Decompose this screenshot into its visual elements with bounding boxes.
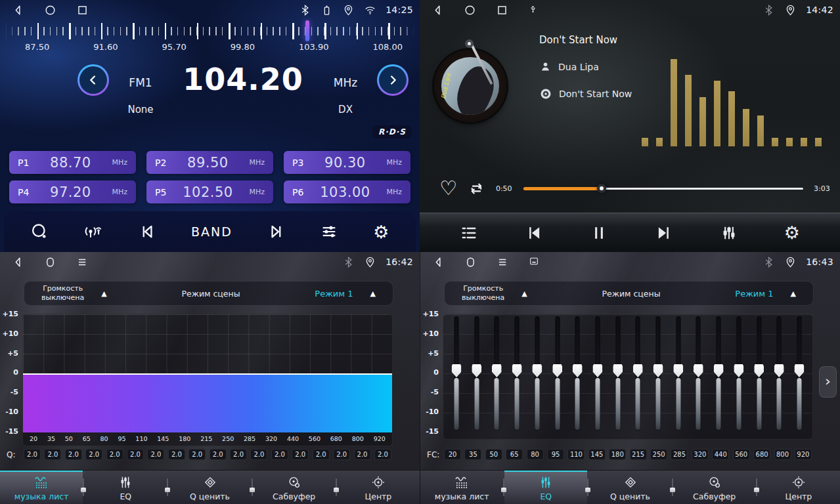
repeat-icon[interactable]: [468, 180, 485, 198]
tab-center[interactable]: Центр: [337, 471, 420, 504]
tab-eq[interactable]: EQ: [504, 471, 587, 504]
q-value-button[interactable]: 2.0: [24, 449, 41, 460]
q-value-button[interactable]: 2.0: [65, 449, 82, 460]
equalizer-button[interactable]: [320, 222, 338, 241]
band-button[interactable]: BAND: [191, 224, 232, 239]
previous-track-button[interactable]: [524, 223, 544, 243]
slider-thumb[interactable]: [754, 364, 764, 377]
q-value-button[interactable]: 2.0: [354, 449, 371, 460]
fc-value-button[interactable]: 180: [609, 449, 626, 460]
slider-thumb[interactable]: [452, 364, 462, 377]
fc-value-button[interactable]: 680: [753, 449, 770, 460]
pause-button[interactable]: [590, 224, 608, 242]
tab-subwoofer[interactable]: Сабвуфер: [673, 471, 756, 504]
settings-gear-icon[interactable]: ⚙: [784, 224, 800, 242]
band-slider[interactable]: [690, 314, 706, 432]
fc-value-button[interactable]: 800: [774, 449, 791, 460]
fc-value-button[interactable]: 250: [650, 449, 667, 460]
home-icon[interactable]: [44, 4, 56, 16]
playlist-button[interactable]: [460, 224, 478, 242]
next-page-button[interactable]: ›: [819, 366, 837, 398]
band-slider[interactable]: [550, 314, 565, 432]
slider-thumb[interactable]: [492, 364, 502, 377]
slider-thumb[interactable]: [592, 364, 602, 377]
seek-previous-button[interactable]: [138, 222, 156, 241]
slider-thumb[interactable]: [552, 364, 562, 377]
fc-value-button[interactable]: 560: [733, 449, 750, 460]
back-icon[interactable]: [12, 256, 24, 268]
q-value-button[interactable]: 2.0: [127, 449, 144, 460]
slider-thumb[interactable]: [673, 364, 683, 377]
q-value-button[interactable]: 2.0: [250, 449, 267, 460]
scene-expand-icon[interactable]: ▲: [370, 289, 376, 298]
volume-status[interactable]: Громкостьвыключена: [41, 284, 84, 303]
home-icon[interactable]: [464, 4, 476, 16]
band-slider[interactable]: [771, 314, 787, 432]
fc-value-button[interactable]: 285: [671, 449, 688, 460]
slider-thumb[interactable]: [573, 364, 583, 377]
tune-up-button[interactable]: [377, 64, 409, 96]
scene-mode-value[interactable]: Режим 1: [735, 289, 773, 299]
preset-button[interactable]: P3 90.30 MHz: [284, 151, 410, 174]
back-icon[interactable]: [431, 4, 444, 16]
favorite-heart-icon[interactable]: ♡: [439, 178, 457, 198]
preset-button[interactable]: P4 97.20 MHz: [9, 180, 136, 203]
tab-eq[interactable]: EQ: [84, 471, 167, 504]
album-art[interactable]: Dua Lipa: [434, 50, 506, 122]
band-slider[interactable]: [569, 314, 585, 432]
fc-value-button[interactable]: 20: [444, 449, 461, 460]
tab-music-list[interactable]: музыка лист: [0, 471, 83, 504]
scene-mode-value[interactable]: Режим 1: [315, 289, 353, 299]
fc-value-button[interactable]: 50: [485, 449, 502, 460]
volume-status[interactable]: Громкостьвыключена: [462, 284, 504, 303]
q-value-button[interactable]: 2.0: [292, 449, 309, 460]
band-slider[interactable]: [590, 314, 606, 432]
fc-value-button[interactable]: 110: [567, 449, 585, 460]
slider-thumb[interactable]: [653, 364, 663, 377]
band-slider[interactable]: [469, 314, 485, 432]
fc-value-button[interactable]: 145: [588, 449, 606, 460]
back-icon[interactable]: [12, 4, 24, 16]
tab-music-list[interactable]: музыка лист: [420, 471, 503, 504]
equalizer-button[interactable]: [720, 224, 738, 242]
fc-value-button[interactable]: 35: [464, 449, 481, 460]
preset-button[interactable]: P6 103.00 MHz: [284, 180, 410, 203]
band-slider[interactable]: [751, 314, 767, 432]
volume-expand-icon[interactable]: ▲: [521, 289, 527, 298]
volume-expand-icon[interactable]: ▲: [101, 289, 106, 298]
preset-button[interactable]: P2 89.50 MHz: [146, 151, 273, 174]
fc-value-button[interactable]: 440: [712, 449, 729, 460]
recents-icon[interactable]: [76, 4, 89, 16]
slider-thumb[interactable]: [714, 364, 724, 377]
tab-subwoofer[interactable]: Сабвуфер: [253, 471, 336, 504]
slider-thumb[interactable]: [794, 364, 804, 377]
preset-button[interactable]: P1 88.70 MHz: [9, 151, 136, 174]
broadcast-af-button[interactable]: [83, 222, 103, 241]
home-icon[interactable]: [464, 256, 477, 268]
band-slider[interactable]: [610, 314, 626, 432]
band-slider[interactable]: [509, 314, 525, 432]
band-slider[interactable]: [489, 314, 504, 432]
band-slider[interactable]: [449, 314, 464, 432]
q-value-button[interactable]: 2.0: [210, 449, 227, 460]
slider-thumb[interactable]: [512, 364, 522, 377]
fc-value-button[interactable]: 65: [506, 449, 523, 460]
menu-icon[interactable]: [497, 256, 509, 268]
seek-bar-thumb[interactable]: [597, 184, 606, 193]
band-slider[interactable]: [529, 314, 545, 432]
slider-thumb[interactable]: [613, 364, 623, 377]
q-value-button[interactable]: 2.0: [230, 449, 247, 460]
q-value-button[interactable]: 2.0: [106, 449, 123, 460]
q-value-button[interactable]: 2.0: [313, 449, 330, 460]
tab-q-factor[interactable]: Q ценить: [588, 471, 671, 504]
q-value-button[interactable]: 2.0: [168, 449, 185, 460]
q-value-button[interactable]: 2.0: [44, 449, 61, 460]
scene-expand-icon[interactable]: ▲: [791, 289, 796, 298]
recents-icon[interactable]: [496, 4, 508, 16]
slider-thumb[interactable]: [472, 364, 481, 377]
menu-icon[interactable]: [76, 256, 89, 268]
back-icon[interactable]: [432, 256, 445, 268]
fc-value-button[interactable]: 320: [692, 449, 709, 460]
q-value-button[interactable]: 2.0: [188, 449, 206, 460]
seek-bar[interactable]: [523, 188, 803, 190]
